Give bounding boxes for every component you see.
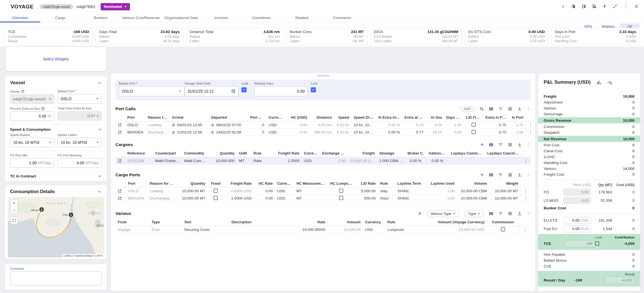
- various-type-dropdown[interactable]: Various Type: [427, 210, 459, 217]
- close-icon[interactable]: [634, 4, 639, 9]
- checkbox[interactable]: [472, 130, 476, 134]
- add-cargo-port-button[interactable]: +: [480, 173, 484, 177]
- vessel-select[interactable]: o4q87l2vgb-vessel: [10, 94, 54, 104]
- tab-cargo[interactable]: Cargo: [40, 13, 80, 22]
- edit-icon[interactable]: [115, 187, 126, 195]
- tab-overview[interactable]: Overview: [0, 13, 40, 22]
- checkbox[interactable]: [501, 227, 505, 231]
- eu-ets-price-input[interactable]: 0.00 USD: [563, 217, 591, 224]
- row-menu-icon[interactable]: ⋮: [520, 195, 531, 202]
- drag-handle[interactable]: [317, 75, 329, 76]
- filter-icon[interactable]: [498, 173, 503, 177]
- tce-lock-checkbox[interactable]: [595, 242, 599, 246]
- density-icon[interactable]: [508, 211, 512, 216]
- download-icon[interactable]: [517, 211, 522, 216]
- checkbox[interactable]: [339, 189, 343, 193]
- columns-icon[interactable]: [489, 173, 493, 177]
- select-widgets-button[interactable]: Select Widgets: [5, 46, 107, 71]
- map[interactable]: NORWAY SWEDEN Bergen Oslo STOCKH 2 1 + −…: [8, 197, 104, 257]
- add-various-button[interactable]: +: [418, 211, 422, 216]
- edit-icon[interactable]: [115, 121, 125, 129]
- row-menu-icon[interactable]: ⋮: [526, 129, 535, 136]
- row-menu-icon[interactable]: ⋮: [519, 226, 531, 233]
- table-row[interactable]: VoyageCostSecuring Costs14,000.0000014,0…: [115, 226, 531, 233]
- copy-icon[interactable]: [571, 4, 576, 9]
- percent-extra-input[interactable]: 5.00%: [10, 111, 54, 121]
- columns-icon[interactable]: [489, 211, 493, 216]
- more-icon[interactable]: ⋮: [623, 4, 629, 9]
- lock-checkbox[interactable]: [242, 87, 247, 92]
- row-menu-icon[interactable]: ⋮: [520, 187, 531, 195]
- density-icon[interactable]: [508, 142, 512, 147]
- download-icon[interactable]: [517, 173, 522, 177]
- comment-input[interactable]: [10, 271, 102, 285]
- type-dropdown[interactable]: Type: [464, 210, 484, 217]
- fuel-eu-price-input[interactable]: 0.00 EUR: [563, 225, 591, 232]
- density-icon[interactable]: [508, 173, 512, 177]
- chevron-down-icon[interactable]: [98, 127, 102, 132]
- speed-laden-select[interactable]: 10 kn, 10 MT/d: [58, 138, 102, 147]
- map-zoom-out-button[interactable]: −: [11, 207, 18, 214]
- sort-icon[interactable]: [479, 107, 484, 111]
- expand-icon[interactable]: [527, 173, 531, 177]
- tab-organisational-data[interactable]: Organisational Data: [161, 13, 201, 22]
- speed-ballast-select[interactable]: 10 kn, 10 MT/d: [10, 138, 54, 147]
- filter-icon[interactable]: [498, 107, 503, 111]
- add-cargo-button[interactable]: +: [480, 142, 484, 147]
- start-date-input[interactable]: 31/01/25 12:12: [184, 86, 239, 96]
- download-icon[interactable]: [517, 142, 522, 147]
- table-row[interactable]: BERGENDischarging22/02/25 12:5824/02/25 …: [115, 129, 535, 136]
- calendar-icon[interactable]: [231, 89, 236, 93]
- expand-icon[interactable]: [527, 212, 531, 215]
- form-ballast-port-select[interactable]: OSLO: [119, 86, 184, 96]
- download-icon[interactable]: [517, 107, 522, 111]
- bar-chart-icon[interactable]: [596, 80, 602, 85]
- pdf-icon[interactable]: PDF: [592, 4, 597, 9]
- expand-icon[interactable]: [527, 107, 531, 111]
- edit-icon[interactable]: [115, 157, 125, 165]
- delete-icon[interactable]: [561, 4, 566, 9]
- ls-mgo-price-input[interactable]: 0.00: [563, 197, 591, 204]
- map-fullscreen-button[interactable]: [10, 217, 18, 224]
- result-input[interactable]: -4,000: [605, 277, 634, 284]
- table-row[interactable]: OSLOLoading04/02/25 13:0006/02/25 07:000…: [115, 121, 535, 129]
- fo-price-input[interactable]: 0.00: [563, 189, 591, 196]
- columns-icon[interactable]: [489, 107, 493, 111]
- collapse-icon[interactable]: [612, 4, 617, 9]
- chevron-down-icon[interactable]: [97, 189, 102, 194]
- table-row[interactable]: OSLOLoading10,000.00 MT0.0000 USD0.00USD…: [115, 187, 531, 195]
- map-zoom-in-button[interactable]: +: [11, 200, 18, 207]
- filter-icon[interactable]: [498, 211, 503, 216]
- compare-icon[interactable]: [581, 4, 586, 9]
- row-menu-icon[interactable]: ⋮: [521, 157, 531, 165]
- checkbox[interactable]: [472, 123, 476, 127]
- fo-port-idle-input[interactable]: 2.00MT/day: [10, 158, 54, 168]
- fo-port-working-input[interactable]: 4.00MT/day: [58, 158, 102, 168]
- tab-bunkers[interactable]: Bunkers: [80, 13, 121, 22]
- table-row[interactable]: 18781266Mabl Charterer...Mabl Commod...1…: [115, 157, 531, 165]
- tab-comments[interactable]: Comments: [322, 13, 362, 22]
- checkbox[interactable]: [214, 196, 218, 200]
- density-icon[interactable]: [508, 107, 512, 111]
- filter-icon[interactable]: [498, 142, 503, 147]
- status-dropdown-button[interactable]: Nominated: [101, 3, 130, 10]
- checkbox[interactable]: [214, 189, 218, 193]
- tce-input[interactable]: -169: [565, 240, 595, 247]
- row-menu-icon[interactable]: ⋮: [526, 121, 535, 129]
- tab-various-cost-revenue[interactable]: Various Cost/Revenue: [121, 13, 161, 22]
- timezone-badge[interactable]: GMT: [460, 106, 474, 111]
- checkbox[interactable]: [339, 196, 343, 200]
- tab-related[interactable]: Related: [282, 13, 322, 22]
- expand-icon[interactable]: [527, 143, 531, 147]
- edit-icon[interactable]: [115, 129, 125, 136]
- waiting-days-input[interactable]: 0.00: [254, 86, 308, 96]
- tab-invoices[interactable]: Invoices: [201, 13, 242, 22]
- open-in-new-icon[interactable]: [21, 90, 25, 93]
- info-icon[interactable]: [41, 107, 45, 110]
- tab-downtimes[interactable]: Downtimes: [242, 13, 282, 22]
- automation-icon[interactable]: [602, 4, 607, 9]
- chevron-down-icon[interactable]: [98, 174, 102, 178]
- edit-icon[interactable]: [115, 195, 126, 202]
- table-row[interactable]: BERGENDischarging10,000.00 MT1.0000 USD0…: [115, 195, 531, 202]
- ballast-port-select[interactable]: OSLO: [58, 94, 102, 104]
